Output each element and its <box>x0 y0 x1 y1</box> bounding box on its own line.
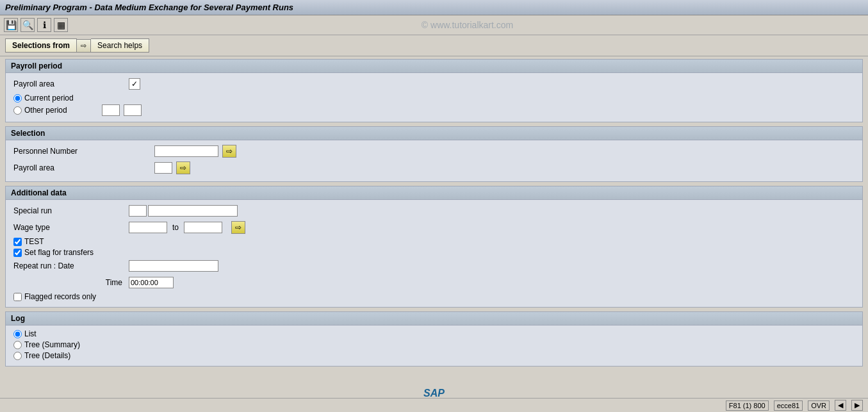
selection-header: Selection <box>6 127 862 140</box>
selection-payroll-area-row: Payroll area ⇨ <box>13 161 855 175</box>
log-tree-summary-row: Tree (Summary) <box>13 340 855 349</box>
log-tree-details-radio[interactable] <box>13 352 22 360</box>
payroll-period-header: Payroll period <box>6 60 862 73</box>
wage-type-row: Wage type to ⇨ <box>13 220 855 235</box>
test-checkbox[interactable] <box>13 238 22 246</box>
repeat-run-date-input[interactable] <box>129 260 218 272</box>
set-flag-label: Set flag for transfers <box>24 248 94 257</box>
selection-payroll-area-label: Payroll area <box>13 163 154 172</box>
additional-data-section: Additional data Special run Wage type to… <box>5 186 863 308</box>
special-run-row: Special run <box>13 204 855 218</box>
personnel-number-input[interactable] <box>154 145 218 157</box>
search-helps-button[interactable]: Search helps <box>91 38 149 53</box>
repeat-run-label: Repeat run : Date <box>13 261 129 270</box>
status-system: F81 (1) 800 <box>726 400 769 411</box>
log-tree-summary-label: Tree (Summary) <box>24 340 80 349</box>
additional-data-header: Additional data <box>6 186 862 200</box>
find-icon[interactable]: 🔍 <box>20 18 35 32</box>
wage-type-input-to[interactable] <box>184 222 222 233</box>
special-run-label: Special run <box>13 206 129 215</box>
personnel-number-label: Personnel Number <box>13 147 154 156</box>
selection-section: Selection Personnel Number ⇨ Payroll are… <box>5 126 863 182</box>
current-period-radio[interactable] <box>13 94 22 103</box>
log-list-label: List <box>24 329 37 338</box>
watermark: © www.tutorialkart.com <box>70 20 864 30</box>
selection-payroll-area-arrow[interactable]: ⇨ <box>176 161 190 174</box>
wage-type-arrow[interactable]: ⇨ <box>231 221 245 234</box>
button-bar: Selections from ⇨ Search helps <box>0 35 868 56</box>
log-tree-details-row: Tree (Details) <box>13 351 855 360</box>
to-label: to <box>172 223 179 232</box>
status-icon2[interactable]: ▶ <box>851 400 863 411</box>
status-icon1[interactable]: ◀ <box>835 400 846 411</box>
status-mode: OVR <box>808 400 830 411</box>
status-bar: F81 (1) 800 ecce81 OVR ◀ ▶ <box>0 398 868 412</box>
personnel-number-arrow[interactable]: ⇨ <box>222 145 236 158</box>
current-period-row: Current period <box>13 94 855 103</box>
log-tree-details-label: Tree (Details) <box>24 351 70 360</box>
log-list-row: List <box>13 329 855 338</box>
status-user: ecce81 <box>774 400 803 411</box>
main-content: Payroll period Payroll area ✓ Current pe… <box>0 56 868 373</box>
other-period-radio[interactable] <box>13 106 22 115</box>
info-icon[interactable]: ℹ <box>37 18 51 32</box>
flagged-records-row: Flagged records only <box>13 292 855 301</box>
other-period-input1[interactable] <box>102 104 120 116</box>
window-title: Preliminary Program - Data Medium Exchan… <box>5 3 293 12</box>
special-run-inputs <box>129 205 238 217</box>
log-body: List Tree (Summary) Tree (Details) <box>6 325 862 366</box>
payroll-period-section: Payroll period Payroll area ✓ Current pe… <box>5 59 863 122</box>
selections-from-button[interactable]: Selections from <box>5 38 77 53</box>
special-run-input1[interactable] <box>129 205 147 217</box>
time-input[interactable] <box>129 277 174 288</box>
log-header: Log <box>6 312 862 325</box>
set-flag-row: Set flag for transfers <box>13 248 855 257</box>
payroll-area-label: Payroll area <box>13 79 129 88</box>
additional-data-body: Special run Wage type to ⇨ TEST Set flag… <box>6 200 862 307</box>
special-run-input2[interactable] <box>148 205 238 217</box>
set-flag-checkbox[interactable] <box>13 249 22 257</box>
test-label: TEST <box>24 237 44 246</box>
payroll-area-checkbox[interactable]: ✓ <box>129 78 140 90</box>
flagged-records-label: Flagged records only <box>24 292 96 301</box>
payroll-area-row: Payroll area ✓ <box>13 77 855 91</box>
time-label: Time <box>13 278 129 287</box>
current-period-label: Current period <box>24 94 74 103</box>
wage-type-label: Wage type <box>13 223 129 232</box>
selection-body: Personnel Number ⇨ Payroll area ⇨ <box>6 140 862 181</box>
save-icon[interactable]: 💾 <box>4 18 18 32</box>
other-period-row: Other period <box>13 104 855 116</box>
log-tree-summary-radio[interactable] <box>13 341 22 349</box>
test-row: TEST <box>13 237 855 246</box>
repeat-run-text: Repeat run <box>13 261 51 270</box>
time-row: Time <box>13 276 855 290</box>
log-list-radio[interactable] <box>13 330 22 338</box>
table-icon[interactable]: ▦ <box>54 18 68 32</box>
title-bar: Preliminary Program - Data Medium Exchan… <box>0 0 868 15</box>
selection-payroll-area-input[interactable] <box>154 162 172 174</box>
selections-arrow-button[interactable]: ⇨ <box>77 39 91 53</box>
personnel-number-row: Personnel Number ⇨ <box>13 144 855 158</box>
flagged-records-checkbox[interactable] <box>13 293 22 301</box>
toolbar: 💾 🔍 ℹ ▦ © www.tutorialkart.com <box>0 15 868 35</box>
other-period-input2[interactable] <box>124 104 142 116</box>
repeat-run-row: Repeat run : Date <box>13 259 855 273</box>
log-section: Log List Tree (Summary) Tree (Details) <box>5 311 863 367</box>
date-label: : Date <box>54 261 74 270</box>
payroll-period-body: Payroll area ✓ Current period Other peri… <box>6 73 862 122</box>
other-period-label: Other period <box>24 106 67 115</box>
wage-type-input-from[interactable] <box>129 222 167 233</box>
